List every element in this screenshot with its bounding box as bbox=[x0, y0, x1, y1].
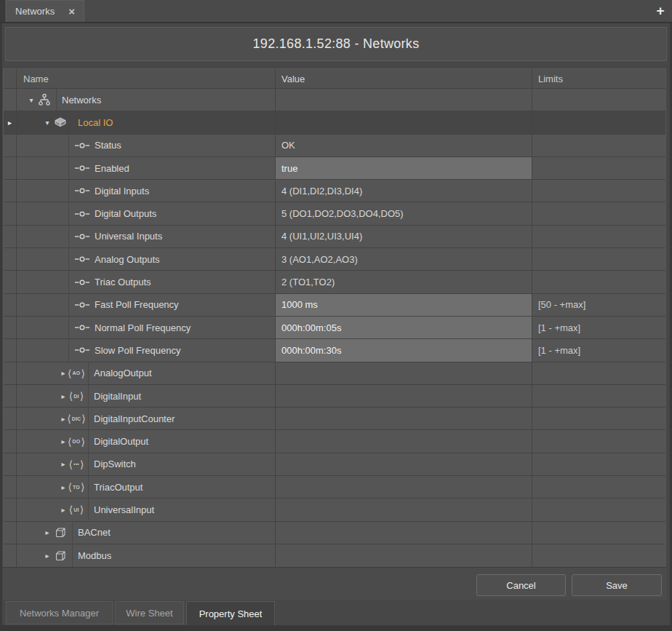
table-row[interactable]: ▸ ⟨DO⟩ DigitalOutput bbox=[4, 430, 665, 453]
column-header-value: Value bbox=[276, 69, 532, 88]
property-icon bbox=[74, 185, 90, 197]
limits-cell bbox=[532, 111, 665, 133]
name-content: DigitalInput bbox=[88, 385, 275, 407]
bottom-tab-wire-sheet[interactable]: Wire Sheet bbox=[115, 601, 184, 624]
close-icon[interactable]: × bbox=[68, 6, 75, 17]
limits-cell bbox=[532, 408, 665, 429]
expander-icon[interactable]: ▸ bbox=[58, 453, 68, 475]
name-cell: Universal Inputs bbox=[17, 226, 276, 247]
table-row[interactable]: ▸ ⟨▪▪▪⟩ DipSwitch bbox=[4, 453, 665, 476]
tree-indent bbox=[17, 317, 58, 338]
top-tab-bar: Networks × + bbox=[5, 0, 672, 22]
row-label: Fast Poll Frequency bbox=[95, 299, 179, 310]
property-icon bbox=[74, 140, 90, 151]
column-header-limits: Limits bbox=[532, 69, 665, 88]
name-content: Modbus bbox=[72, 544, 275, 567]
value-cell bbox=[276, 89, 532, 111]
expander-icon[interactable]: ▸ bbox=[42, 544, 52, 567]
name-cell: ▸ ⟨AO⟩ AnalogOutput bbox=[17, 362, 276, 384]
digital-input-icon: ⟨DI⟩ bbox=[68, 385, 84, 407]
table-row[interactable]: ▸ BACnet bbox=[4, 522, 665, 544]
bottom-tab-property-sheet[interactable]: Property Sheet bbox=[186, 601, 275, 626]
table-row[interactable]: ▸ Modbus bbox=[4, 544, 665, 567]
table-row[interactable]: Triac Outputs 2 (TO1,TO2) bbox=[4, 271, 665, 293]
add-tab-button[interactable]: + bbox=[652, 2, 668, 20]
expander-icon[interactable]: ▾ bbox=[26, 89, 36, 111]
value-text: 4 (DI1,DI2,DI3,DI4) bbox=[281, 186, 362, 197]
expander-icon bbox=[58, 157, 68, 179]
tab-networks[interactable]: Networks × bbox=[6, 0, 84, 22]
value-cell bbox=[276, 453, 532, 475]
expander-icon[interactable]: ▸ bbox=[58, 430, 68, 452]
cancel-button[interactable]: Cancel bbox=[476, 574, 566, 596]
table-row[interactable]: Universal Inputs 4 (UI1,UI2,UI3,UI4) bbox=[4, 226, 665, 248]
value-text: 000h:00m:05s bbox=[281, 322, 341, 333]
row-label: AnalogOutput bbox=[94, 368, 152, 378]
row-gutter bbox=[4, 89, 17, 111]
limits-cell bbox=[532, 180, 665, 202]
table-row[interactable]: Digital Inputs 4 (DI1,DI2,DI3,DI4) bbox=[4, 180, 665, 202]
row-gutter bbox=[4, 271, 17, 293]
limits-cell bbox=[532, 522, 665, 544]
table-row[interactable]: Enabled true bbox=[4, 157, 665, 180]
value-text: 3 (AO1,AO2,AO3) bbox=[281, 254, 358, 265]
table-row[interactable]: Slow Poll Frequency 000h:00m:30s [1 - +m… bbox=[4, 339, 665, 362]
row-label: Enabled bbox=[95, 163, 129, 174]
tree-indent bbox=[17, 226, 58, 247]
name-content: BACnet bbox=[72, 522, 275, 544]
expander-icon[interactable]: ▸ bbox=[42, 522, 52, 544]
table-row[interactable]: ▸ ⟨UI⟩ UniversalInput bbox=[4, 499, 665, 521]
value-text: 2 (TO1,TO2) bbox=[281, 277, 335, 287]
value-cell: 4 (UI1,UI2,UI3,UI4) bbox=[276, 226, 532, 247]
table-row[interactable]: ▸ ▾ Local IO bbox=[4, 111, 665, 134]
table-row[interactable]: Digital Outputs 5 (DO1,DO2,DO3,DO4,DO5) bbox=[4, 202, 665, 225]
save-button[interactable]: Save bbox=[572, 574, 662, 596]
value-text: 000h:00m:30s bbox=[281, 345, 341, 356]
name-cell: ▸ ⟨▪▪▪⟩ DipSwitch bbox=[17, 453, 276, 475]
property-icon bbox=[74, 322, 90, 333]
expander-icon[interactable]: ▸ bbox=[58, 385, 68, 407]
expander-icon[interactable]: ▾ bbox=[42, 111, 52, 133]
row-gutter bbox=[4, 157, 17, 179]
row-label: Networks bbox=[62, 95, 101, 106]
table-row[interactable]: ▸ ⟨DIC⟩ DigitalInputCounter bbox=[4, 408, 665, 430]
table-body: ▾ Networks ▸ ▾ Local IO Status bbox=[4, 89, 665, 567]
expander-icon[interactable]: ▸ bbox=[58, 476, 68, 498]
table-row[interactable]: Status OK bbox=[4, 135, 665, 157]
name-cell: ▸ ⟨TO⟩ TriacOutput bbox=[17, 476, 276, 498]
tree-indent bbox=[17, 180, 58, 202]
name-content: Slow Poll Frequency bbox=[68, 339, 275, 361]
table-row[interactable]: Normal Poll Frequency 000h:00m:05s [1 - … bbox=[4, 317, 665, 339]
table-row[interactable]: Fast Poll Frequency 1000 ms [50 - +max] bbox=[4, 294, 665, 317]
limits-text: [50 - +max] bbox=[538, 299, 585, 310]
limits-text: [1 - +max] bbox=[538, 345, 580, 356]
name-cell: Normal Poll Frequency bbox=[17, 317, 276, 338]
table-row[interactable]: ▸ ⟨TO⟩ TriacOutput bbox=[4, 476, 665, 499]
row-gutter bbox=[4, 135, 17, 156]
value-cell: 2 (TO1,TO2) bbox=[276, 271, 532, 293]
tree-indent bbox=[17, 522, 42, 544]
value-cell[interactable]: true bbox=[276, 157, 532, 179]
name-cell: Analog Outputs bbox=[17, 248, 276, 270]
value-text: OK bbox=[281, 140, 295, 151]
table-header: Name Value Limits bbox=[4, 69, 665, 89]
title-bar: 192.168.1.52:88 - Networks bbox=[5, 27, 667, 61]
table-row[interactable]: Analog Outputs 3 (AO1,AO2,AO3) bbox=[4, 248, 665, 271]
value-cell[interactable]: 000h:00m:05s bbox=[276, 317, 532, 338]
table-row[interactable]: ▸ ⟨DI⟩ DigitalInput bbox=[4, 385, 665, 408]
table-row[interactable]: ▸ ⟨AO⟩ AnalogOutput bbox=[4, 362, 665, 385]
row-label: DigitalInputCounter bbox=[94, 413, 175, 424]
name-cell: Status bbox=[17, 135, 276, 156]
value-cell[interactable]: 000h:00m:30s bbox=[276, 339, 532, 361]
name-cell: ▾ Local IO bbox=[17, 111, 276, 133]
analog-output-icon: ⟨AO⟩ bbox=[68, 362, 84, 384]
value-cell[interactable]: 1000 ms bbox=[276, 294, 532, 316]
row-label: DipSwitch bbox=[94, 459, 136, 469]
bottom-tab-networks-manager[interactable]: Networks Manager bbox=[6, 601, 113, 624]
expander-icon[interactable]: ▸ bbox=[58, 362, 68, 384]
table-row[interactable]: ▾ Networks bbox=[4, 89, 665, 111]
digital-output-icon: ⟨DO⟩ bbox=[68, 430, 84, 452]
expander-icon[interactable]: ▸ bbox=[58, 499, 68, 520]
name-content: Status bbox=[68, 135, 275, 156]
name-cell: ▾ Networks bbox=[17, 89, 276, 111]
